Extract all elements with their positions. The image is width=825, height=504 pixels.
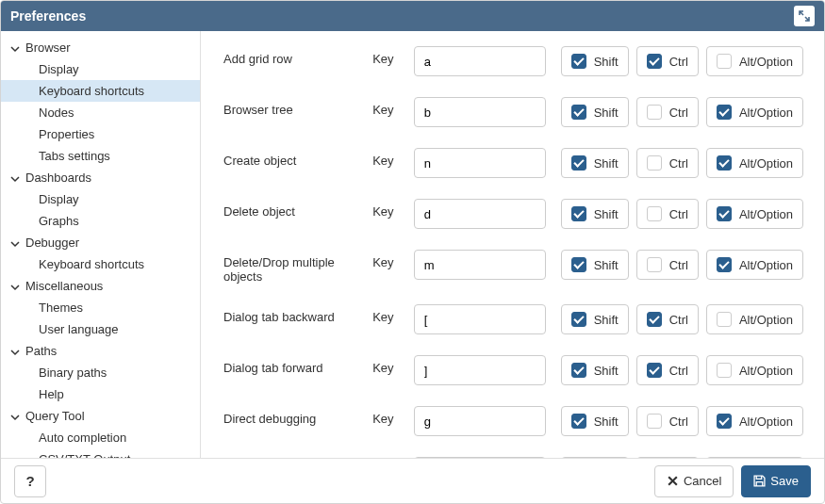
- shortcut-row: Create objectKeyShiftCtrlAlt/Option: [223, 148, 803, 178]
- ctrl-checkbox[interactable]: [647, 363, 662, 378]
- shift-label: Shift: [594, 207, 619, 221]
- ctrl-label: Ctrl: [669, 364, 688, 378]
- shortcut-row: Direct debuggingKeyShiftCtrlAlt/Option: [223, 406, 803, 436]
- tree-item[interactable]: Display: [1, 188, 200, 210]
- shift-label: Shift: [594, 313, 619, 327]
- help-button[interactable]: ?: [14, 465, 46, 497]
- alt-checkbox[interactable]: [717, 363, 732, 378]
- ctrl-label: Ctrl: [669, 313, 688, 327]
- key-column-label: Key: [372, 148, 414, 168]
- shift-checkbox[interactable]: [571, 312, 586, 327]
- sidebar[interactable]: BrowserDisplayKeyboard shortcutsNodesPro…: [1, 31, 201, 458]
- key-input[interactable]: [414, 406, 546, 436]
- alt-modifier: Alt/Option: [706, 97, 803, 127]
- shortcut-row: Browser treeKeyShiftCtrlAlt/Option: [223, 97, 803, 127]
- alt-label: Alt/Option: [739, 106, 793, 120]
- tree-item[interactable]: Binary paths: [1, 362, 200, 383]
- ctrl-label: Ctrl: [669, 258, 688, 272]
- ctrl-modifier: Ctrl: [636, 406, 699, 436]
- tree-group-header[interactable]: Debugger: [1, 232, 200, 253]
- tree-item[interactable]: Nodes: [1, 102, 200, 123]
- key-input[interactable]: [414, 199, 546, 229]
- tree-group-header[interactable]: Miscellaneous: [1, 275, 200, 297]
- shortcut-label: Dialog tab backward: [223, 304, 372, 324]
- titlebar: Preferences: [1, 1, 824, 31]
- tree-group-header[interactable]: Browser: [1, 37, 200, 58]
- shift-checkbox[interactable]: [571, 257, 586, 272]
- alt-modifier: Alt/Option: [706, 355, 803, 385]
- key-input[interactable]: [414, 250, 546, 280]
- cancel-label: Cancel: [684, 474, 721, 488]
- alt-checkbox[interactable]: [717, 105, 732, 120]
- alt-label: Alt/Option: [739, 156, 793, 171]
- shift-checkbox[interactable]: [571, 206, 586, 221]
- alt-checkbox[interactable]: [717, 206, 732, 221]
- tree-item[interactable]: Properties: [1, 123, 200, 145]
- ctrl-label: Ctrl: [669, 415, 688, 429]
- tree-group-header[interactable]: Paths: [1, 340, 200, 362]
- shift-modifier: Shift: [561, 46, 629, 76]
- ctrl-label: Ctrl: [669, 106, 688, 120]
- alt-label: Alt/Option: [739, 55, 793, 69]
- ctrl-checkbox[interactable]: [647, 257, 662, 272]
- shortcut-row: Dialog tab backwardKeyShiftCtrlAlt/Optio…: [223, 304, 803, 334]
- key-input[interactable]: [414, 355, 546, 385]
- alt-checkbox[interactable]: [717, 312, 732, 327]
- shift-modifier: Shift: [561, 457, 629, 458]
- expand-icon[interactable]: [794, 6, 815, 26]
- key-input[interactable]: [414, 46, 546, 76]
- alt-checkbox[interactable]: [717, 155, 732, 171]
- shift-checkbox[interactable]: [571, 54, 586, 69]
- ctrl-checkbox[interactable]: [647, 312, 662, 327]
- modifier-group: ShiftCtrlAlt/Option: [561, 97, 803, 127]
- ctrl-checkbox[interactable]: [647, 155, 662, 171]
- alt-checkbox[interactable]: [717, 414, 732, 429]
- chevron-down-icon: [10, 172, 22, 184]
- shortcut-row: Delete objectKeyShiftCtrlAlt/Option: [223, 199, 803, 229]
- shift-checkbox[interactable]: [571, 414, 586, 429]
- modifier-group: ShiftCtrlAlt/Option: [561, 457, 803, 458]
- shift-label: Shift: [594, 156, 619, 171]
- shift-checkbox[interactable]: [571, 105, 586, 120]
- tree-group-header[interactable]: Dashboards: [1, 167, 200, 188]
- key-input[interactable]: [414, 304, 546, 334]
- tree-group-header[interactable]: Query Tool: [1, 405, 200, 427]
- tree-group-label: Debugger: [25, 236, 79, 250]
- shortcut-row: Drop Cascade multiple objectsKeyShiftCtr…: [223, 457, 803, 458]
- shift-checkbox[interactable]: [571, 155, 586, 171]
- shortcut-row: Dialog tab forwardKeyShiftCtrlAlt/Option: [223, 355, 803, 385]
- tree-item[interactable]: Help: [1, 383, 200, 405]
- save-button[interactable]: Save: [741, 465, 811, 497]
- tree-item[interactable]: Graphs: [1, 210, 200, 232]
- tree-item[interactable]: Keyboard shortcuts: [1, 80, 200, 102]
- shift-modifier: Shift: [561, 304, 629, 334]
- alt-checkbox[interactable]: [717, 257, 732, 272]
- shift-modifier: Shift: [561, 199, 629, 229]
- tree-group-label: Dashboards: [25, 171, 91, 185]
- cancel-button[interactable]: Cancel: [654, 465, 734, 497]
- ctrl-checkbox[interactable]: [647, 206, 662, 221]
- tree-item[interactable]: Auto completion: [1, 427, 200, 448]
- alt-label: Alt/Option: [739, 364, 793, 378]
- shift-checkbox[interactable]: [571, 363, 586, 378]
- key-input[interactable]: [414, 148, 546, 178]
- ctrl-checkbox[interactable]: [647, 54, 662, 69]
- tree-item[interactable]: CSV/TXT Output: [1, 448, 200, 458]
- alt-checkbox[interactable]: [717, 54, 732, 69]
- ctrl-checkbox[interactable]: [647, 105, 662, 120]
- shortcut-label: Direct debugging: [223, 406, 372, 426]
- shift-label: Shift: [594, 415, 619, 429]
- key-input[interactable]: [414, 97, 546, 127]
- alt-label: Alt/Option: [739, 313, 793, 327]
- tree-item[interactable]: User language: [1, 318, 200, 340]
- tree-item[interactable]: Themes: [1, 297, 200, 318]
- ctrl-checkbox[interactable]: [647, 414, 662, 429]
- tree-item[interactable]: Tabs settings: [1, 145, 200, 167]
- content-pane[interactable]: Add grid rowKeyShiftCtrlAlt/OptionBrowse…: [201, 31, 824, 458]
- modifier-group: ShiftCtrlAlt/Option: [561, 355, 803, 385]
- tree-item[interactable]: Keyboard shortcuts: [1, 253, 200, 275]
- shortcut-label: Delete object: [223, 199, 372, 219]
- shift-label: Shift: [594, 106, 619, 120]
- tree-item[interactable]: Display: [1, 58, 200, 80]
- key-input[interactable]: [414, 457, 546, 458]
